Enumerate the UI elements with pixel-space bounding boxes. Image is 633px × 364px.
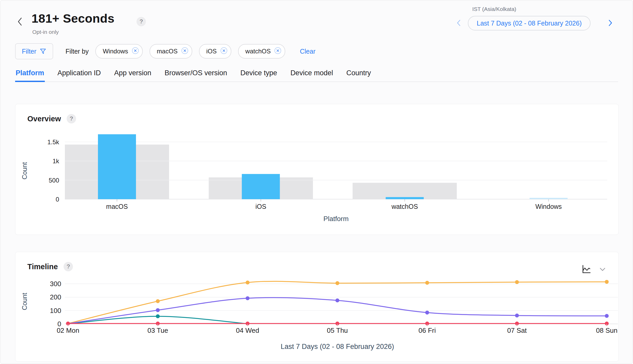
svg-text:05 Thu: 05 Thu — [327, 327, 348, 334]
chip-label: iOS — [206, 48, 217, 55]
chip-label: watchOS — [245, 48, 271, 55]
filter-chip-windows[interactable]: Windows — [95, 44, 142, 59]
tab-application-id[interactable]: Application ID — [57, 69, 102, 81]
svg-text:06 Fri: 06 Fri — [419, 327, 436, 334]
timezone-label: IST (Asia/Kolkata) — [472, 6, 516, 12]
tab-device-type[interactable]: Device type — [240, 69, 278, 81]
svg-text:500: 500 — [49, 177, 59, 184]
svg-text:300: 300 — [50, 280, 61, 288]
tab-browser-os-version[interactable]: Browser/OS version — [164, 69, 228, 81]
chip-remove-button[interactable] — [220, 47, 227, 56]
filter-chip-ios[interactable]: iOS — [199, 44, 231, 59]
filter-chips: WindowsmacOSiOSwatchOS — [95, 44, 285, 59]
chart-type-button[interactable] — [581, 264, 591, 274]
funnel-icon — [40, 48, 46, 55]
filter-bar: Filter Filter by WindowsmacOSiOSwatchOS … — [15, 43, 315, 59]
svg-text:watchOS: watchOS — [391, 203, 418, 210]
clear-filters-button[interactable]: Clear — [300, 48, 315, 55]
filter-chip-watchos[interactable]: watchOS — [238, 44, 285, 59]
svg-text:04 Wed: 04 Wed — [236, 327, 259, 334]
tab-app-version[interactable]: App version — [114, 69, 152, 81]
line-chart-icon — [581, 264, 591, 274]
filter-button[interactable]: Filter — [15, 43, 53, 59]
timeline-toolbar — [581, 264, 606, 274]
timeline-title: Timeline — [27, 262, 58, 271]
filter-chip-macos[interactable]: macOS — [150, 44, 192, 59]
chart-type-dropdown[interactable] — [599, 265, 606, 273]
dimension-tabs: PlatformApplication IDApp versionBrowser… — [15, 69, 618, 82]
date-range-picker[interactable]: Last 7 Days (02 - 08 February 2026) — [468, 16, 591, 30]
timeline-card-header: Timeline ? — [27, 262, 73, 271]
svg-text:0: 0 — [56, 196, 59, 203]
overview-help-icon[interactable]: ? — [67, 114, 76, 123]
chip-remove-button[interactable] — [181, 47, 188, 56]
date-prev-button[interactable] — [456, 19, 462, 27]
circle-close-icon — [132, 47, 139, 54]
chip-label: Windows — [103, 48, 128, 55]
tab-device-model[interactable]: Device model — [290, 69, 334, 81]
svg-text:Platform: Platform — [324, 215, 349, 223]
svg-text:Windows: Windows — [535, 203, 562, 210]
circle-close-icon — [220, 47, 227, 54]
chevron-right-icon — [607, 19, 613, 27]
analytics-page: 181+ Seconds ? Opt-in only IST (Asia/Kol… — [0, 0, 633, 364]
svg-text:1k: 1k — [53, 158, 59, 165]
tab-platform[interactable]: Platform — [15, 69, 45, 82]
title-help-icon[interactable]: ? — [136, 17, 146, 26]
timeline-help-icon[interactable]: ? — [64, 262, 73, 271]
svg-text:iOS: iOS — [255, 203, 266, 210]
back-button[interactable] — [15, 16, 26, 27]
date-next-button[interactable] — [607, 19, 613, 27]
svg-text:Count: Count — [21, 162, 28, 180]
filter-button-label: Filter — [22, 48, 36, 55]
circle-close-icon — [181, 47, 188, 54]
chip-remove-button[interactable] — [132, 47, 139, 56]
page-subtitle: Opt-in only — [32, 29, 59, 35]
svg-text:Count: Count — [21, 293, 28, 310]
timeline-line-chart: 010020030002 Mon03 Tue04 Wed05 Thu06 Fri… — [15, 252, 618, 361]
svg-text:08 Sun: 08 Sun — [596, 327, 617, 334]
chevron-left-icon — [16, 17, 24, 26]
svg-text:03 Tue: 03 Tue — [147, 327, 168, 334]
svg-text:0: 0 — [58, 320, 61, 328]
page-title: 181+ Seconds — [32, 11, 114, 26]
filter-by-label: Filter by — [66, 48, 89, 55]
svg-text:Last 7 Days (02 - 08 February: Last 7 Days (02 - 08 February 2026) — [281, 343, 394, 350]
svg-text:macOS: macOS — [106, 203, 128, 210]
overview-card: Overview ? 05001k1.5kmacOSiOSwatchOSWind… — [15, 104, 619, 235]
overview-card-header: Overview ? — [27, 114, 76, 123]
svg-text:07 Sat: 07 Sat — [507, 327, 527, 334]
chip-label: macOS — [157, 48, 178, 55]
tab-country[interactable]: Country — [346, 69, 371, 81]
circle-close-icon — [274, 47, 281, 54]
chevron-down-icon — [599, 265, 606, 273]
overview-title: Overview — [27, 115, 61, 123]
chevron-left-icon — [456, 19, 462, 27]
overview-bar-chart: 05001k1.5kmacOSiOSwatchOSWindowsCountPla… — [15, 104, 618, 235]
chip-remove-button[interactable] — [274, 47, 281, 56]
timeline-card: Timeline ? 010020030002 Mon03 Tue04 Wed0… — [15, 252, 619, 362]
svg-text:100: 100 — [50, 307, 61, 315]
svg-text:02 Mon: 02 Mon — [57, 327, 79, 334]
svg-text:200: 200 — [50, 293, 61, 301]
date-range-label: Last 7 Days (02 - 08 February 2026) — [477, 20, 582, 27]
svg-text:1.5k: 1.5k — [47, 139, 59, 146]
